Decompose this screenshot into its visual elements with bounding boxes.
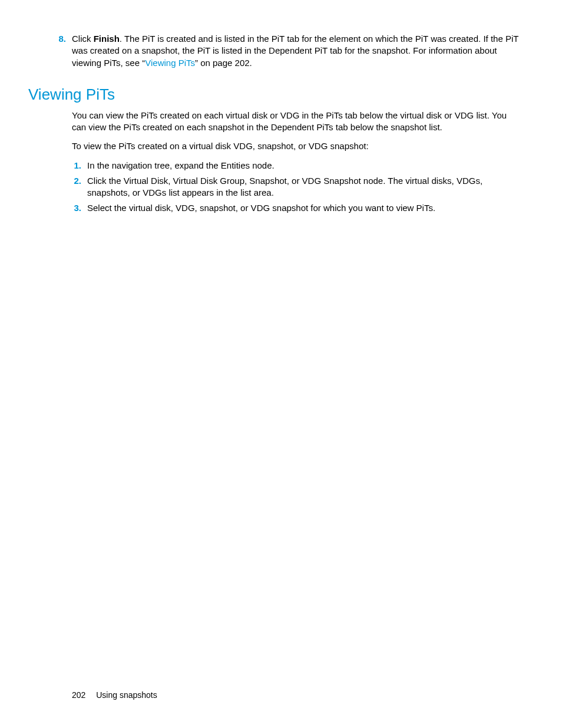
body-paragraph: You can view the PiTs created on each vi… bbox=[72, 110, 522, 134]
viewing-pits-link[interactable]: Viewing PiTs bbox=[145, 58, 195, 68]
list-text: Click the Virtual Disk, Virtual Disk Gro… bbox=[87, 175, 522, 199]
page-content: 8. Click Finish. The PiT is created and … bbox=[0, 0, 562, 215]
text-fragment: Click bbox=[72, 34, 94, 44]
list-text: Select the virtual disk, VDG, snapshot, … bbox=[87, 202, 522, 214]
bold-text: Finish bbox=[94, 34, 120, 44]
list-number: 3. bbox=[72, 202, 87, 214]
list-item-3: 3. Select the virtual disk, VDG, snapsho… bbox=[72, 202, 522, 214]
section-heading-viewing-pits: Viewing PiTs bbox=[28, 85, 534, 104]
list-text: Click Finish. The PiT is created and is … bbox=[72, 33, 522, 69]
footer-section-name: Using snapshots bbox=[96, 690, 157, 700]
list-number: 8. bbox=[57, 33, 72, 45]
list-number: 2. bbox=[72, 175, 87, 187]
list-item-2: 2. Click the Virtual Disk, Virtual Disk … bbox=[72, 175, 522, 199]
list-item-1: 1. In the navigation tree, expand the En… bbox=[72, 160, 522, 172]
list-number: 1. bbox=[72, 160, 87, 172]
page-footer: 202 Using snapshots bbox=[72, 690, 157, 700]
body-paragraph: To view the PiTs created on a virtual di… bbox=[72, 140, 522, 152]
text-fragment: . The PiT is created and is listed in th… bbox=[72, 34, 518, 68]
text-fragment: ” on page 202. bbox=[195, 58, 252, 68]
list-item-8: 8. Click Finish. The PiT is created and … bbox=[72, 33, 522, 69]
list-text: In the navigation tree, expand the Entit… bbox=[87, 160, 522, 172]
page-number: 202 bbox=[72, 690, 85, 700]
